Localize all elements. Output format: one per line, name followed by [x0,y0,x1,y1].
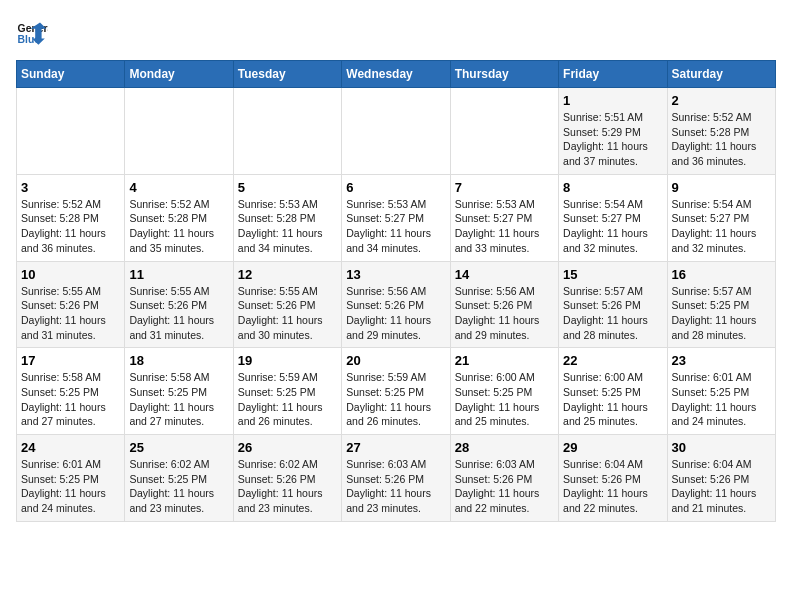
day-info: Sunrise: 5:53 AM Sunset: 5:28 PM Dayligh… [238,197,337,256]
sunrise-value: 6:02 AM [171,458,210,470]
sunset-label: Sunset: [129,473,168,485]
sunset-value: 5:26 PM [385,473,424,485]
daylight-label: Daylight: [346,227,390,239]
sunrise-value: 5:55 AM [171,285,210,297]
sunset-value: 5:27 PM [602,212,641,224]
day-info: Sunrise: 5:54 AM Sunset: 5:27 PM Dayligh… [672,197,771,256]
calendar-cell: 14 Sunrise: 5:56 AM Sunset: 5:26 PM Dayl… [450,261,558,348]
sunrise-label: Sunrise: [455,285,496,297]
sunset-value: 5:25 PM [168,473,207,485]
sunset-value: 5:25 PM [276,386,315,398]
daylight-label: Daylight: [129,401,173,413]
day-info: Sunrise: 5:52 AM Sunset: 5:28 PM Dayligh… [129,197,228,256]
sunrise-value: 6:00 AM [496,371,535,383]
calendar-cell: 27 Sunrise: 6:03 AM Sunset: 5:26 PM Dayl… [342,435,450,522]
sunrise-label: Sunrise: [21,198,62,210]
daylight-label: Daylight: [563,140,607,152]
sunset-value: 5:25 PM [60,473,99,485]
sunrise-label: Sunrise: [672,198,713,210]
daylight-label: Daylight: [455,314,499,326]
day-number: 19 [238,353,337,368]
day-info: Sunrise: 5:55 AM Sunset: 5:26 PM Dayligh… [129,284,228,343]
calendar-cell: 20 Sunrise: 5:59 AM Sunset: 5:25 PM Dayl… [342,348,450,435]
sunset-value: 5:26 PM [602,473,641,485]
calendar-cell: 26 Sunrise: 6:02 AM Sunset: 5:26 PM Dayl… [233,435,341,522]
calendar-cell: 11 Sunrise: 5:55 AM Sunset: 5:26 PM Dayl… [125,261,233,348]
day-number: 21 [455,353,554,368]
day-number: 7 [455,180,554,195]
day-info: Sunrise: 5:58 AM Sunset: 5:25 PM Dayligh… [129,370,228,429]
day-number: 22 [563,353,662,368]
sunset-value: 5:25 PM [710,386,749,398]
daylight-hours: 11 hours [390,314,431,326]
daylight-hours: 11 hours [715,140,756,152]
sunset-label: Sunset: [238,386,277,398]
day-info: Sunrise: 5:55 AM Sunset: 5:26 PM Dayligh… [238,284,337,343]
day-number: 12 [238,267,337,282]
day-info: Sunrise: 6:00 AM Sunset: 5:25 PM Dayligh… [563,370,662,429]
calendar-cell: 7 Sunrise: 5:53 AM Sunset: 5:27 PM Dayli… [450,174,558,261]
daylight-minutes: and 26 minutes. [238,415,313,427]
sunrise-value: 6:03 AM [496,458,535,470]
sunrise-label: Sunrise: [672,458,713,470]
sunset-label: Sunset: [563,299,602,311]
calendar-cell: 8 Sunrise: 5:54 AM Sunset: 5:27 PM Dayli… [559,174,667,261]
sunset-label: Sunset: [672,126,711,138]
sunrise-value: 5:55 AM [279,285,318,297]
calendar-cell: 12 Sunrise: 5:55 AM Sunset: 5:26 PM Dayl… [233,261,341,348]
daylight-hours: 11 hours [282,314,323,326]
day-number: 16 [672,267,771,282]
weekday-header-thursday: Thursday [450,61,558,88]
calendar-cell: 1 Sunrise: 5:51 AM Sunset: 5:29 PM Dayli… [559,88,667,175]
calendar-cell [17,88,125,175]
sunset-value: 5:27 PM [493,212,532,224]
weekday-header-wednesday: Wednesday [342,61,450,88]
daylight-hours: 11 hours [715,227,756,239]
calendar-cell: 24 Sunrise: 6:01 AM Sunset: 5:25 PM Dayl… [17,435,125,522]
sunrise-label: Sunrise: [21,371,62,383]
day-number: 17 [21,353,120,368]
calendar-cell [233,88,341,175]
day-number: 3 [21,180,120,195]
sunrise-label: Sunrise: [346,458,387,470]
sunset-label: Sunset: [346,473,385,485]
sunset-label: Sunset: [672,386,711,398]
daylight-label: Daylight: [455,401,499,413]
day-info: Sunrise: 5:59 AM Sunset: 5:25 PM Dayligh… [346,370,445,429]
sunset-value: 5:29 PM [602,126,641,138]
weekday-header-saturday: Saturday [667,61,775,88]
calendar-table: SundayMondayTuesdayWednesdayThursdayFrid… [16,60,776,522]
sunset-label: Sunset: [21,299,60,311]
calendar-cell [342,88,450,175]
sunrise-value: 6:01 AM [713,371,752,383]
daylight-minutes: and 27 minutes. [21,415,96,427]
sunset-value: 5:25 PM [60,386,99,398]
week-row-3: 17 Sunrise: 5:58 AM Sunset: 5:25 PM Dayl… [17,348,776,435]
day-info: Sunrise: 6:01 AM Sunset: 5:25 PM Dayligh… [672,370,771,429]
sunrise-label: Sunrise: [672,285,713,297]
daylight-label: Daylight: [563,487,607,499]
sunset-value: 5:26 PM [168,299,207,311]
day-info: Sunrise: 6:00 AM Sunset: 5:25 PM Dayligh… [455,370,554,429]
daylight-hours: 11 hours [607,487,648,499]
daylight-hours: 11 hours [498,314,539,326]
sunset-label: Sunset: [21,386,60,398]
sunset-value: 5:26 PM [385,299,424,311]
daylight-hours: 11 hours [282,401,323,413]
sunrise-label: Sunrise: [346,198,387,210]
daylight-hours: 11 hours [607,314,648,326]
sunrise-value: 5:58 AM [62,371,101,383]
daylight-minutes: and 34 minutes. [238,242,313,254]
daylight-minutes: and 26 minutes. [346,415,421,427]
daylight-minutes: and 23 minutes. [238,502,313,514]
sunrise-label: Sunrise: [563,285,604,297]
daylight-hours: 11 hours [715,314,756,326]
sunset-value: 5:26 PM [710,473,749,485]
calendar-cell: 15 Sunrise: 5:57 AM Sunset: 5:26 PM Dayl… [559,261,667,348]
sunrise-value: 5:54 AM [605,198,644,210]
day-info: Sunrise: 6:04 AM Sunset: 5:26 PM Dayligh… [672,457,771,516]
daylight-minutes: and 24 minutes. [21,502,96,514]
day-number: 8 [563,180,662,195]
calendar-cell: 23 Sunrise: 6:01 AM Sunset: 5:25 PM Dayl… [667,348,775,435]
weekday-header-tuesday: Tuesday [233,61,341,88]
